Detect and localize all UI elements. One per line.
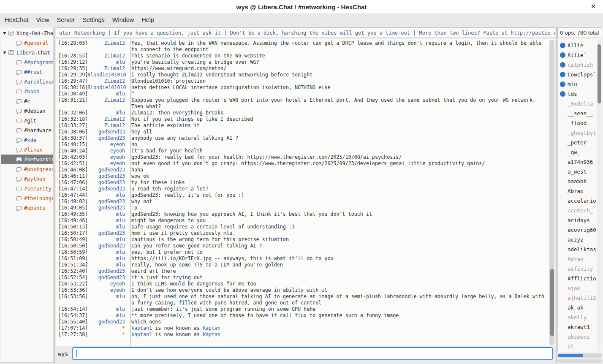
nick[interactable]: mlu — [87, 110, 128, 116]
nick[interactable]: eyeoh — [87, 154, 128, 160]
tree-channel--rust[interactable]: ##rust — [1, 67, 53, 77]
expander-icon[interactable] — [3, 32, 6, 35]
menu-item-view[interactable]: View — [32, 15, 53, 24]
nick[interactable]: godSend23 — [87, 167, 128, 173]
user-list-item[interactable]: acovrig60 — [558, 225, 602, 235]
nick[interactable]: mlu — [87, 255, 128, 262]
user-list-item[interactable]: catphish — [558, 60, 602, 70]
nick[interactable]: mlu — [87, 236, 128, 243]
nick[interactable]: mlu — [87, 59, 128, 65]
nick[interactable]: eyeoh — [87, 141, 128, 148]
menu-item-window[interactable]: Window — [109, 15, 138, 24]
tree-channel--security[interactable]: #security — [1, 184, 53, 193]
user-list-item[interactable]: akspecs — [558, 332, 602, 342]
tree-channel--archlinux[interactable]: #archlinux — [1, 77, 53, 87]
user-list-item[interactable]: Allie — [558, 41, 602, 50]
nick[interactable]: ZLima12 — [87, 122, 128, 129]
nick[interactable]: Blondie101010 — [87, 72, 128, 78]
nick[interactable]: godSend23 — [87, 186, 128, 192]
user-list-item[interactable]: a174n936 — [558, 157, 602, 167]
userlist-scrollbar[interactable] — [597, 40, 601, 351]
menu-item-hexchat[interactable]: HexChat — [1, 15, 32, 24]
tree-channel--postgresql[interactable]: #postgresql — [1, 164, 53, 174]
user-list-item[interactable]: __sean__ — [558, 109, 602, 118]
tree-channel--general[interactable]: #general — [1, 38, 53, 48]
user-list-item[interactable]: aaabbb — [558, 177, 602, 186]
nick[interactable]: godSend23 — [87, 268, 128, 274]
tree-channel--kde[interactable]: #kde — [1, 135, 53, 145]
user-list-item[interactable]: _peter — [558, 138, 602, 147]
user-list-item[interactable]: acetech_ — [558, 206, 602, 215]
user-list-item[interactable]: accelario — [558, 196, 602, 206]
userlist-hscrollbar[interactable] — [557, 353, 602, 358]
nick[interactable]: mlu — [87, 262, 128, 268]
nick[interactable]: godSend23 — [87, 243, 128, 249]
user-list-item[interactable]: Abrax — [558, 186, 602, 196]
user-list-item[interactable]: a_west — [558, 167, 602, 177]
nick[interactable]: eyeoh — [87, 287, 128, 293]
nick[interactable]: godSend23 — [87, 179, 128, 186]
nick[interactable]: ZLima12 — [87, 78, 128, 84]
nick[interactable]: Blondie101010 — [87, 84, 128, 91]
nick[interactable]: mlu — [87, 192, 128, 198]
user-list-item[interactable]: Adran — [558, 254, 602, 264]
tree-channel--c[interactable]: #c — [1, 96, 53, 106]
tree-server-libera-chat[interactable]: Libera.Chat — [1, 48, 53, 57]
nick[interactable]: godSend23 — [87, 230, 128, 236]
nick[interactable]: eyeoh — [87, 281, 128, 287]
tree-channel--linux[interactable]: #linux — [1, 145, 53, 155]
nick[interactable]: mlu — [87, 306, 128, 312]
user-list-item[interactable]: aczyz — [558, 235, 602, 244]
nick[interactable]: ZLima12 — [87, 40, 128, 53]
tree-server-xing-hai-zhan[interactable]: Xing-Hai-Zhan — [1, 28, 53, 38]
tree-channel--bash[interactable]: #bash — [1, 87, 53, 96]
user-list-item[interactable]: _flood — [558, 118, 602, 128]
tree-channel--ubuntu[interactable]: #ubuntu — [1, 203, 53, 213]
nick[interactable]: ZLima12 — [87, 97, 128, 110]
user-list-item[interactable]: ajhalili2 — [558, 293, 602, 303]
nick[interactable]: godSend23 — [87, 173, 128, 179]
nick[interactable]: mlu — [87, 91, 128, 97]
nick[interactable]: ZLima12 — [87, 53, 128, 59]
user-list-item[interactable]: _ghostbyt — [558, 128, 602, 138]
user-list-item[interactable]: al — [558, 342, 602, 351]
nick[interactable]: mlu — [87, 224, 128, 230]
tree-channel--debian[interactable]: #debian — [1, 106, 53, 116]
user-list-item[interactable]: _qw_ — [558, 147, 602, 157]
user-list-item[interactable]: aefinity — [558, 264, 602, 274]
user-list-item[interactable]: Afflictio — [558, 274, 602, 283]
nick[interactable]: mlu — [87, 312, 128, 319]
user-list-item[interactable]: adeliktas — [558, 244, 602, 254]
tree-channel--programming[interactable]: ##programming — [1, 57, 53, 67]
menu-item-server[interactable]: Server — [53, 15, 79, 24]
menu-item-settings[interactable]: Settings — [79, 15, 108, 24]
tree-channel--git[interactable]: #git — [1, 116, 53, 125]
chat-scrollbar-thumb[interactable] — [550, 269, 554, 336]
nick[interactable]: ZLima12 — [87, 65, 128, 72]
nick[interactable]: * — [87, 325, 128, 331]
user-list-item[interactable]: ajak__ — [558, 283, 602, 293]
close-icon[interactable]: ✕ — [589, 2, 598, 11]
nick[interactable]: * — [87, 331, 128, 338]
user-list-item[interactable]: tds — [558, 89, 602, 99]
nick[interactable]: eyeoh — [87, 148, 128, 154]
tree-channel--hardware[interactable]: #hardware — [1, 125, 53, 135]
minimize-icon[interactable] — [550, 2, 559, 11]
tree-channel--networking[interactable]: #networking — [1, 155, 53, 164]
nick[interactable]: godSend23 — [87, 129, 128, 135]
nick[interactable]: godSend23 — [87, 319, 128, 325]
nick[interactable]: godSend23 — [87, 274, 128, 281]
menu-item-help[interactable]: Help — [138, 15, 158, 24]
user-list-item[interactable]: ak-ak — [558, 303, 602, 312]
userlist-scrollbar-thumb[interactable] — [598, 44, 601, 103]
nick[interactable]: eyeoh — [87, 160, 128, 167]
tree-channel--python[interactable]: #python — [1, 174, 53, 184]
user-list-item[interactable]: akelly — [558, 312, 602, 322]
user-list-item[interactable]: Allie` — [558, 50, 602, 60]
nick[interactable]: mlu — [87, 293, 128, 306]
topic-bar[interactable]: uter Networking | If you have a question… — [56, 27, 555, 38]
maximize-icon[interactable] — [569, 2, 579, 11]
tree-channel--thelounge[interactable]: #thelounge — [1, 193, 53, 203]
userlist-hscrollbar-track[interactable] — [557, 359, 602, 363]
nick[interactable]: godSend23 — [87, 205, 128, 211]
